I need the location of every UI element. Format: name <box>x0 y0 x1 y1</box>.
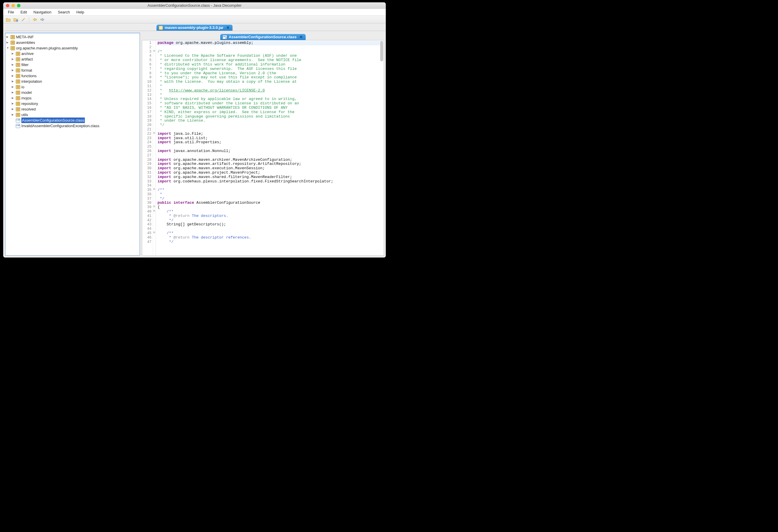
tree-item[interactable]: repository <box>6 101 140 106</box>
tree-item[interactable]: io <box>6 84 140 90</box>
menu-search[interactable]: Search <box>55 9 73 15</box>
tree-item-label: archive <box>21 51 33 57</box>
menubar: File Edit Navigation Search Help <box>3 9 386 16</box>
tree-item[interactable]: functions <box>6 73 140 79</box>
tree-item-label: InvalidAssemblerConfigurationException.c… <box>21 123 99 128</box>
tree-item[interactable]: assemblies <box>6 40 140 45</box>
source-editor[interactable]: 1 2 3 4 5 6 7 8 9 10 11 12 13 14 15 16 1… <box>142 40 384 256</box>
tree-item[interactable]: format <box>6 68 140 73</box>
tree-item-label: META-INF <box>16 34 33 40</box>
menu-edit[interactable]: Edit <box>17 9 30 15</box>
open-type-icon[interactable] <box>13 17 18 22</box>
tree-item[interactable]: interpolation <box>6 79 140 84</box>
package-icon <box>16 96 20 100</box>
tree-item-label: mojos <box>21 95 31 101</box>
package-icon <box>16 91 20 95</box>
class-file-icon <box>16 124 20 128</box>
package-icon <box>16 107 20 111</box>
tree-item[interactable]: AssemblerConfigurationSource.class <box>6 117 140 123</box>
jar-icon <box>159 26 163 30</box>
nav-forward-icon[interactable] <box>40 17 45 22</box>
tree-item-label: AssemblerConfigurationSource.class <box>21 117 85 123</box>
toolbar <box>3 16 386 23</box>
tree-item-label: filter <box>21 62 29 68</box>
package-icon <box>16 74 20 78</box>
tree-item-label: format <box>21 68 32 73</box>
package-icon <box>16 52 20 56</box>
editor-tab-row: AssemblerConfigurationSource.class ✕ <box>142 33 384 40</box>
tree-item[interactable]: model <box>6 90 140 95</box>
package-icon <box>10 35 15 39</box>
tree-item[interactable]: filter <box>6 62 140 68</box>
editor-tab-label: AssemblerConfigurationSource.class <box>229 35 297 39</box>
package-tree: META-INFassembliesorg.apache.maven.plugi… <box>5 34 140 128</box>
menu-navigation[interactable]: Navigation <box>30 9 54 15</box>
tree-item[interactable]: mojos <box>6 95 140 101</box>
close-icon[interactable]: ✕ <box>226 25 230 30</box>
menu-file[interactable]: File <box>5 9 17 15</box>
package-icon <box>10 46 15 50</box>
app-window: AssemblerConfigurationSource.class - Jav… <box>3 2 386 258</box>
tree-item-label: resolved <box>21 106 36 112</box>
editor-panel: AssemblerConfigurationSource.class ✕ 1 2… <box>142 33 384 256</box>
tree-item[interactable]: archive <box>6 51 140 57</box>
line-number-gutter: 1 2 3 4 5 6 7 8 9 10 11 12 13 14 15 16 1… <box>142 40 153 256</box>
tree-item-label: assemblies <box>16 40 35 45</box>
jar-tab-label: maven-assembly-plugin-3.3.0.jar <box>165 25 223 30</box>
wand-icon[interactable] <box>21 17 26 22</box>
tree-item-label: io <box>21 84 24 90</box>
class-file-icon <box>16 118 20 122</box>
tree-item-label: artifact <box>21 57 33 62</box>
package-icon <box>16 102 20 106</box>
package-icon <box>16 57 20 61</box>
tree-item-label: org.apache.maven.plugins.assembly <box>16 45 78 51</box>
tree-item[interactable]: InvalidAssemblerConfigurationException.c… <box>6 123 140 128</box>
open-file-icon[interactable] <box>6 17 11 22</box>
package-icon <box>16 80 20 84</box>
tree-item-label: model <box>21 90 31 95</box>
nav-back-icon[interactable] <box>32 17 37 22</box>
package-icon <box>16 68 20 73</box>
close-icon[interactable]: ✕ <box>300 35 303 39</box>
tree-item-label: interpolation <box>21 79 42 84</box>
tree-item[interactable]: META-INF <box>6 34 140 40</box>
content-area: META-INFassembliesorg.apache.maven.plugi… <box>3 31 386 258</box>
jar-tab[interactable]: maven-assembly-plugin-3.3.0.jar ✕ <box>156 24 233 31</box>
tree-item[interactable]: org.apache.maven.plugins.assembly <box>6 45 140 51</box>
package-icon <box>16 63 20 67</box>
tree-item-label: repository <box>21 101 38 106</box>
svg-point-0 <box>16 20 18 22</box>
class-file-icon <box>223 35 227 39</box>
fold-column[interactable]: ⊖ ⊖ ⊖ ⊖ ⊖ ⊖ <box>153 40 156 256</box>
editor-tab[interactable]: AssemblerConfigurationSource.class ✕ <box>220 34 306 40</box>
window-title: AssemblerConfigurationSource.class - Jav… <box>3 3 386 8</box>
tree-item[interactable]: resolved <box>6 106 140 112</box>
toolbar-divider <box>29 17 29 22</box>
package-icon <box>16 85 20 89</box>
jar-tab-row: maven-assembly-plugin-3.3.0.jar ✕ <box>3 23 386 31</box>
menu-help[interactable]: Help <box>73 9 87 15</box>
package-icon <box>16 113 20 117</box>
tree-item[interactable]: artifact <box>6 57 140 62</box>
tree-item-label: functions <box>21 73 36 79</box>
code-area[interactable]: package org.apache.maven.plugins.assembl… <box>156 40 384 256</box>
vertical-scrollbar[interactable] <box>380 41 383 61</box>
package-tree-panel[interactable]: META-INFassembliesorg.apache.maven.plugi… <box>5 33 140 256</box>
package-icon <box>10 40 15 45</box>
tree-item[interactable]: utils <box>6 112 140 117</box>
titlebar: AssemblerConfigurationSource.class - Jav… <box>3 2 386 9</box>
tree-item-label: utils <box>21 112 28 117</box>
